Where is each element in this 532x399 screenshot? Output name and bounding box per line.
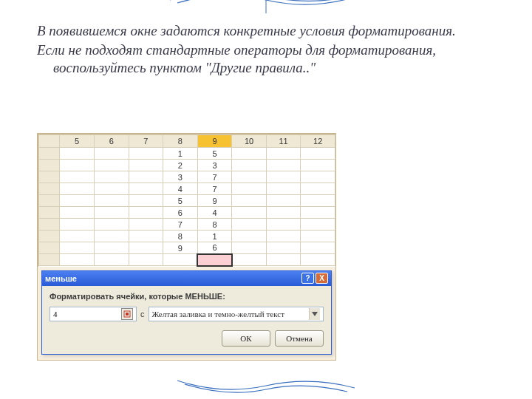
row-header[interactable] [39, 219, 60, 231]
cell[interactable] [94, 183, 129, 195]
cell[interactable] [129, 207, 163, 219]
row-header[interactable] [39, 254, 60, 266]
cell[interactable] [232, 254, 267, 266]
cell[interactable] [266, 183, 301, 195]
row-header[interactable] [39, 195, 60, 207]
cell[interactable] [94, 148, 129, 160]
cell[interactable] [232, 148, 267, 160]
cell[interactable] [60, 160, 95, 171]
cell[interactable] [129, 195, 163, 207]
format-preset-select[interactable]: Желтая заливка и темно-желтый текст [149, 307, 324, 321]
cell[interactable] [301, 207, 335, 219]
cell[interactable] [129, 231, 163, 242]
cell[interactable] [266, 195, 301, 207]
cell[interactable] [94, 231, 129, 242]
cell[interactable] [232, 207, 267, 219]
cell[interactable] [266, 207, 301, 219]
cell[interactable] [129, 242, 163, 254]
column-header[interactable]: 7 [129, 135, 163, 148]
cell[interactable]: 7 [163, 219, 198, 231]
cell[interactable] [232, 195, 267, 207]
cell[interactable] [301, 219, 335, 231]
cell[interactable]: 6 [197, 242, 232, 254]
cell[interactable] [129, 148, 163, 160]
column-header[interactable]: 10 [232, 135, 267, 148]
cell[interactable]: 5 [163, 195, 198, 207]
cell[interactable] [232, 160, 267, 171]
cell[interactable] [129, 254, 163, 266]
cell[interactable]: 4 [163, 183, 198, 195]
dialog-close-button[interactable]: X [316, 273, 328, 284]
cell[interactable]: 8 [163, 231, 198, 242]
column-header[interactable]: 12 [301, 135, 335, 148]
cell[interactable]: 9 [163, 242, 198, 254]
row-header[interactable] [39, 148, 60, 160]
column-header[interactable]: 8 [163, 135, 198, 148]
cell[interactable] [94, 219, 129, 231]
cell[interactable]: 3 [163, 171, 198, 183]
row-header[interactable] [39, 242, 60, 254]
cell[interactable] [232, 231, 267, 242]
cell[interactable] [232, 242, 267, 254]
threshold-input[interactable]: 4 [50, 307, 137, 321]
cell[interactable] [301, 231, 335, 242]
cell[interactable] [94, 207, 129, 219]
cell[interactable]: 8 [197, 219, 232, 231]
cell[interactable] [266, 160, 301, 171]
column-header[interactable]: 11 [266, 135, 301, 148]
cell[interactable] [266, 242, 301, 254]
cell[interactable] [301, 195, 335, 207]
cell[interactable] [301, 183, 335, 195]
cell[interactable] [232, 171, 267, 183]
row-header[interactable] [39, 207, 60, 219]
cell[interactable]: 2 [163, 160, 198, 171]
cell[interactable] [129, 219, 163, 231]
cell[interactable] [60, 231, 95, 242]
cell[interactable] [266, 219, 301, 231]
cell[interactable] [266, 254, 301, 266]
cell[interactable] [94, 171, 129, 183]
cell[interactable] [60, 183, 95, 195]
cell[interactable] [301, 171, 335, 183]
row-header[interactable] [39, 160, 60, 171]
cell[interactable] [94, 160, 129, 171]
column-header[interactable]: 9 [197, 135, 232, 148]
cell[interactable]: 7 [197, 183, 232, 195]
cell[interactable] [232, 219, 267, 231]
cell[interactable] [60, 207, 95, 219]
cell[interactable] [232, 183, 267, 195]
cell[interactable] [301, 148, 335, 160]
cell[interactable] [197, 254, 232, 266]
cell[interactable] [129, 160, 163, 171]
cell[interactable]: 4 [197, 207, 232, 219]
cell[interactable] [60, 195, 95, 207]
cell[interactable]: 6 [163, 207, 198, 219]
cell[interactable] [60, 148, 95, 160]
cell[interactable] [266, 148, 301, 160]
column-header[interactable]: 5 [60, 135, 95, 148]
cell[interactable]: 1 [163, 148, 198, 160]
cell[interactable] [129, 183, 163, 195]
cell[interactable] [60, 242, 95, 254]
cell[interactable] [129, 171, 163, 183]
cell[interactable] [301, 254, 335, 266]
cell[interactable] [94, 195, 129, 207]
cell[interactable] [266, 231, 301, 242]
cell[interactable] [94, 254, 129, 266]
row-header[interactable] [39, 183, 60, 195]
cancel-button[interactable]: Отмена [275, 330, 324, 347]
ok-button[interactable]: ОК [222, 330, 270, 347]
cell[interactable]: 3 [197, 160, 232, 171]
cell[interactable]: 5 [197, 148, 232, 160]
cell[interactable] [94, 242, 129, 254]
row-header[interactable] [39, 231, 60, 242]
cell[interactable] [266, 171, 301, 183]
range-picker-icon[interactable] [121, 308, 133, 320]
cell[interactable]: 9 [197, 195, 232, 207]
column-header[interactable]: 6 [94, 135, 129, 148]
cell[interactable] [60, 254, 95, 266]
cell[interactable]: 1 [197, 231, 232, 242]
cell[interactable] [301, 242, 335, 254]
cell[interactable]: 7 [197, 171, 232, 183]
dialog-help-button[interactable]: ? [301, 273, 314, 284]
